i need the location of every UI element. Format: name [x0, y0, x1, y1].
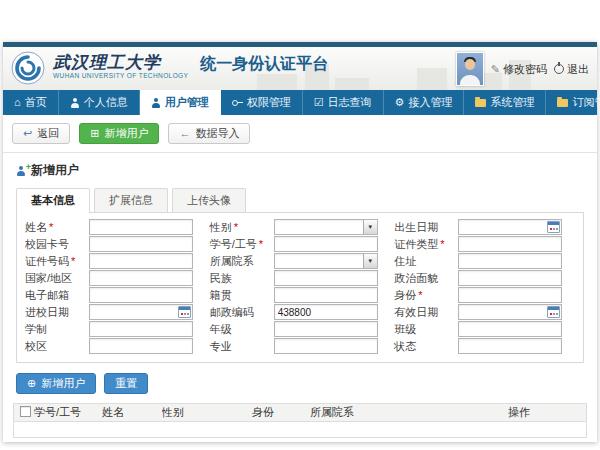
person-icon — [70, 98, 80, 108]
header: 武汉理工大学 WUHAN UNIVERSITY OF TECHNOLOGY 统一… — [3, 47, 597, 90]
key-icon — [232, 98, 243, 108]
nav-item-label: 首页 — [25, 95, 47, 110]
text-field[interactable] — [89, 321, 193, 337]
nav-item-1[interactable]: 个人信息 — [59, 90, 140, 115]
field-wrap — [89, 338, 193, 354]
avatar[interactable] — [456, 52, 484, 86]
calendar-icon[interactable] — [547, 306, 560, 318]
field-wrap — [458, 287, 562, 303]
nav-item-2[interactable]: 用户管理 — [140, 90, 221, 115]
nav-item-label: 个人信息 — [84, 95, 128, 110]
form-cell: 证件号码* — [25, 254, 206, 268]
text-field[interactable] — [458, 321, 562, 337]
text-field[interactable] — [274, 270, 378, 286]
chevron-down-icon[interactable]: ▼ — [363, 220, 377, 234]
change-password-link[interactable]: ✎ 修改密码 — [491, 62, 547, 77]
form-cell: 进校日期 — [25, 305, 206, 319]
text-field[interactable] — [458, 236, 562, 252]
form-cell: 身份* — [394, 288, 575, 302]
add-user-toolbar-label: 新增用户 — [104, 127, 148, 140]
add-user-toolbar-button[interactable]: ⊞ 新增用户 — [79, 123, 159, 144]
back-button[interactable]: ↩ 返回 — [12, 123, 70, 144]
nav-item-5[interactable]: ⚙接入管理 — [384, 90, 465, 115]
form-cell: 出生日期 — [394, 220, 575, 234]
form-cell: 邮政编码 — [210, 305, 391, 319]
users-table: 学号/工号姓名性别身份所属院系操作 — [13, 403, 587, 438]
submit-add-user-button[interactable]: ⊕ 新增用户 — [16, 373, 96, 394]
folder-icon — [557, 99, 568, 107]
field-wrap — [458, 253, 562, 269]
nav-item-label: 权限管理 — [247, 95, 291, 110]
required-asterisk: * — [418, 289, 422, 301]
nav-item-label: 日志查询 — [328, 95, 372, 110]
nav-item-3[interactable]: 权限管理 — [221, 90, 303, 115]
nav-item-6[interactable]: 系统管理 — [464, 90, 546, 115]
field-wrap — [458, 236, 562, 252]
chevron-down-icon[interactable]: ▼ — [363, 254, 377, 268]
field-wrap — [89, 219, 193, 235]
text-field[interactable] — [89, 338, 193, 354]
add-user-section-icon: + — [16, 166, 26, 176]
text-field[interactable] — [274, 321, 378, 337]
form-cell: 班级 — [394, 322, 575, 336]
nav-item-label: 订阅管理 — [572, 95, 600, 110]
logout-link[interactable]: 退出 — [554, 62, 589, 77]
required-asterisk: * — [440, 238, 444, 250]
text-field[interactable] — [274, 287, 378, 303]
form-cell: 所属院系▼ — [210, 254, 391, 268]
field-wrap — [89, 304, 193, 320]
folder-icon — [475, 99, 486, 107]
form-cell: 专业 — [210, 339, 391, 353]
title-block: 武汉理工大学 WUHAN UNIVERSITY OF TECHNOLOGY 统一… — [53, 53, 328, 79]
text-field[interactable] — [274, 338, 378, 354]
submit-button-label: 新增用户 — [41, 377, 85, 390]
logout-label: 退出 — [567, 62, 589, 77]
form-panel: 姓名*性别*▼出生日期校园卡号学号/工号*证件类型*证件号码*所属院系▼住址国家… — [16, 212, 584, 363]
back-button-label: 返回 — [37, 127, 59, 140]
tab-bar: 基本信息扩展信息上传头像 — [16, 188, 584, 212]
field-label: 姓名* — [25, 220, 89, 235]
field-wrap — [89, 321, 193, 337]
field-label: 电子邮箱 — [25, 288, 89, 303]
field-wrap — [89, 287, 193, 303]
field-wrap — [274, 338, 378, 354]
text-field[interactable] — [458, 287, 562, 303]
form-cell: 姓名* — [25, 220, 206, 234]
calendar-icon[interactable] — [178, 306, 191, 318]
form-cell: 国家/地区 — [25, 271, 206, 285]
nav-item-4[interactable]: ☑日志查询 — [303, 90, 384, 115]
field-wrap — [458, 219, 562, 235]
field-label: 进校日期 — [25, 305, 89, 320]
text-field[interactable] — [458, 253, 562, 269]
text-field[interactable] — [458, 270, 562, 286]
form-cell: 校区 — [25, 339, 206, 353]
field-wrap — [458, 321, 562, 337]
tab-0[interactable]: 基本信息 — [16, 188, 90, 212]
calendar-icon[interactable] — [547, 221, 560, 233]
field-label: 住址 — [394, 254, 458, 269]
text-field[interactable] — [89, 219, 193, 235]
back-arrow-icon: ↩ — [23, 127, 32, 140]
data-import-button[interactable]: ← 数据导入 — [168, 123, 250, 144]
reset-button[interactable]: 重置 — [104, 373, 148, 394]
select-all-checkbox[interactable] — [20, 406, 31, 417]
change-password-label: 修改密码 — [503, 62, 547, 77]
tab-2[interactable]: 上传头像 — [172, 188, 246, 212]
field-wrap: ▼ — [274, 253, 378, 269]
text-field[interactable] — [89, 270, 193, 286]
column-header-4: 所属院系 — [310, 405, 508, 420]
text-field[interactable] — [274, 304, 378, 320]
nav-item-7[interactable]: 订阅管理 — [546, 90, 600, 115]
text-field[interactable] — [458, 338, 562, 354]
form-cell: 状态 — [394, 339, 575, 353]
form-actions: ⊕ 新增用户 重置 — [3, 363, 597, 403]
pencil-icon: ✎ — [491, 63, 500, 76]
text-field[interactable] — [89, 253, 193, 269]
reset-button-label: 重置 — [115, 377, 137, 390]
nav-item-label: 系统管理 — [490, 95, 534, 110]
text-field[interactable] — [274, 236, 378, 252]
tab-1[interactable]: 扩展信息 — [94, 188, 168, 212]
text-field[interactable] — [89, 236, 193, 252]
nav-item-0[interactable]: ⌂首页 — [3, 90, 59, 115]
text-field[interactable] — [89, 287, 193, 303]
